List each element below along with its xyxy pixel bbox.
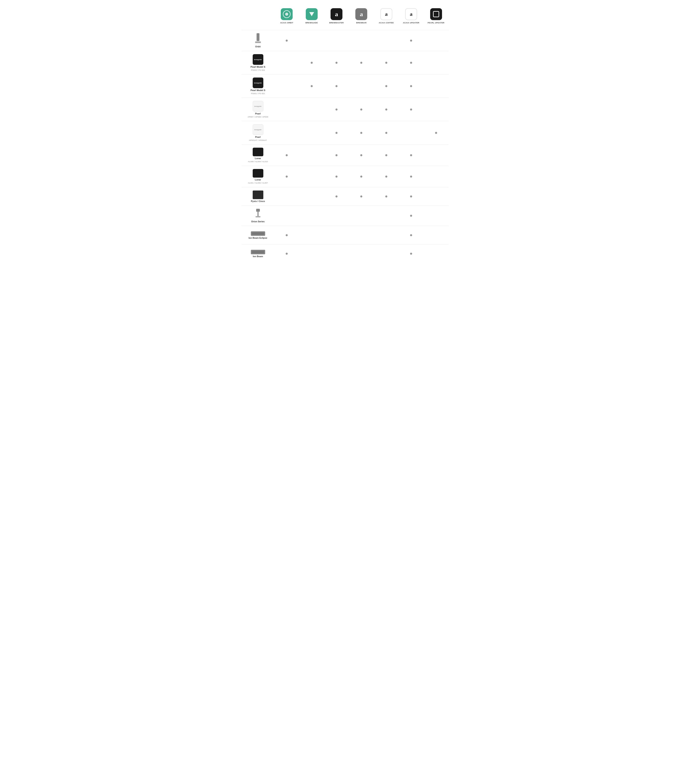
- app-name-acaia-coffee: ACAIA COFFEE: [379, 22, 394, 24]
- dot-cell-pearl-model-s-2-app-4: [374, 85, 399, 87]
- dot-lunar-1-app-4: [385, 154, 387, 156]
- dot-lunar-2-app-3: [360, 176, 362, 178]
- dot-cell-lunar-2-app-4: [374, 176, 399, 178]
- dot-cell-ion-beam-app-5: [399, 253, 424, 255]
- dot-cell-pearl-model-s-1-app-5: [399, 62, 424, 64]
- dot-cell-pearl-model-s-2-app-5: [399, 85, 424, 87]
- dot-cell-pyxis-cinco-app-4: [374, 196, 399, 198]
- product-name-ion-beam: Ion Beam: [253, 255, 263, 258]
- product-row-pearl-2: brewguide PearlAP001AT / AP004AT: [242, 121, 449, 144]
- product-row-lunar-2: LunarAL001 / AL006 / AL007: [242, 166, 449, 187]
- product-sku-pearl-1: AP007 / AP008 / AP009: [248, 116, 268, 118]
- product-sku-pearl-model-s-1: PS003 / PS 004: [251, 69, 265, 71]
- product-name-pearl-model-s-2: Pearl Model S: [250, 89, 265, 91]
- product-image-pearl-black: brewguide: [253, 54, 263, 65]
- dot-pearl-model-s-1-app-2: [335, 62, 337, 64]
- product-sku-lunar-1: AL008 / AL009 / AL010: [248, 160, 268, 163]
- header-row: ACAIA ORBITBREWGUIDEaBREWMASTERaBREWBARa…: [242, 4, 449, 30]
- dot-lunar-2-app-4: [385, 176, 387, 178]
- product-name-lunar-1: Lunar: [255, 157, 261, 160]
- product-name-orbit: Orbit: [255, 45, 260, 48]
- dot-pearl-model-s-1-app-3: [360, 62, 362, 64]
- dot-cell-pearl-model-s-1-app-4: [374, 62, 399, 64]
- dot-cell-pearl-1-app-3: [349, 109, 374, 110]
- dot-cell-ion-beam-eclipse-app-0: [274, 234, 299, 236]
- dot-orion-series-app-5: [410, 215, 412, 217]
- dot-pyxis-cinco-app-5: [410, 196, 412, 198]
- product-cell-pearl-1: brewguide PearlAP007 / AP008 / AP009: [242, 101, 274, 118]
- product-cell-ion-beam: Ion Beam: [242, 250, 274, 258]
- app-icon-brewguide[interactable]: [306, 8, 318, 20]
- app-icon-acaia-coffee[interactable]: a: [380, 8, 392, 20]
- dot-pearl-model-s-1-app-5: [410, 62, 412, 64]
- app-icon-brewmaster[interactable]: a: [330, 8, 342, 20]
- dot-pyxis-cinco-app-4: [385, 196, 387, 198]
- product-cell-pearl-2: brewguide PearlAP001AT / AP004AT: [242, 124, 274, 141]
- dot-ion-beam-eclipse-app-5: [410, 234, 412, 236]
- dot-cell-pearl-2-app-3: [349, 132, 374, 134]
- products-container: Orbit brewguide Pearl Model SPS003 / PS …: [242, 30, 449, 263]
- dot-cell-pyxis-cinco-app-2: [324, 196, 349, 198]
- dot-orbit-app-5: [410, 40, 412, 42]
- product-cell-ion-beam-eclipse: Ion Beam Eclipse: [242, 231, 274, 239]
- app-header-acaia-orbit: ACAIA ORBIT: [274, 8, 299, 24]
- dot-pearl-2-app-3: [360, 132, 362, 134]
- product-row-pearl-model-s-2: brewguide Pearl Model SPS001 / PS 002: [242, 74, 449, 97]
- product-image-lunar: [253, 169, 263, 178]
- product-row-orion-series: Orion Series: [242, 206, 449, 226]
- dot-cell-pearl-1-app-2: [324, 109, 349, 110]
- product-row-pearl-1: brewguide PearlAP007 / AP008 / AP009: [242, 97, 449, 121]
- dot-cell-lunar-2-app-3: [349, 176, 374, 178]
- app-header-acaia-updater: aACAIA UPDATER: [399, 8, 424, 24]
- dot-cell-pearl-2-app-2: [324, 132, 349, 134]
- app-icon-pearl-updater[interactable]: [430, 8, 442, 20]
- product-sku-lunar-2: AL001 / AL006 / AL007: [248, 182, 268, 184]
- app-header-pearl-updater: PEARL UPDATER: [424, 8, 449, 24]
- dot-pearl-model-s-2-app-1: [310, 85, 313, 87]
- main-container: ACAIA ORBITBREWGUIDEaBREWMASTERaBREWBARa…: [238, 0, 453, 267]
- app-icon-acaia-orbit[interactable]: [281, 8, 292, 20]
- app-header-brewguide: BREWGUIDE: [299, 8, 324, 24]
- dot-pearl-2-app-6: [435, 132, 437, 134]
- dot-cell-lunar-1-app-2: [324, 154, 349, 156]
- product-name-pearl-model-s-1: Pearl Model S: [250, 66, 265, 68]
- product-name-lunar-2: Lunar: [255, 178, 261, 181]
- product-image-orion: [255, 209, 261, 219]
- product-row-orbit: Orbit: [242, 30, 449, 51]
- product-cell-orbit: Orbit: [242, 33, 274, 48]
- product-image-pearl-white: brewguide: [253, 101, 263, 112]
- dot-lunar-1-app-2: [335, 154, 337, 156]
- product-cell-lunar-1: LunarAL008 / AL009 / AL010: [242, 148, 274, 163]
- dot-cell-pearl-model-s-2-app-2: [324, 85, 349, 87]
- dot-cell-orbit-app-0: [274, 40, 299, 42]
- dot-orbit-app-0: [286, 40, 288, 42]
- dot-ion-beam-app-0: [286, 253, 288, 255]
- dot-cell-pearl-1-app-4: [374, 109, 399, 110]
- app-header-brewbar: aBREWBAR: [349, 8, 374, 24]
- product-row-pyxis-cinco: Pyxis / Cinco: [242, 187, 449, 206]
- app-header-brewmaster: aBREWMASTER: [324, 8, 349, 24]
- dot-cell-lunar-1-app-3: [349, 154, 374, 156]
- dot-pearl-model-s-1-app-4: [385, 62, 387, 64]
- app-name-acaia-orbit: ACAIA ORBIT: [280, 22, 293, 24]
- app-icon-acaia-updater[interactable]: a: [405, 8, 417, 20]
- product-name-pyxis-cinco: Pyxis / Cinco: [251, 200, 265, 203]
- dot-cell-lunar-1-app-4: [374, 154, 399, 156]
- product-image-pyxis: [253, 191, 263, 199]
- product-name-pearl-1: Pearl: [255, 112, 261, 115]
- product-image-pearl-black: brewguide: [253, 77, 263, 88]
- dot-pearl-2-app-4: [385, 132, 387, 134]
- dot-cell-lunar-2-app-0: [274, 176, 299, 178]
- dot-cell-ion-beam-eclipse-app-5: [399, 234, 424, 236]
- product-row-ion-beam-eclipse: Ion Beam Eclipse: [242, 226, 449, 244]
- dot-ion-beam-eclipse-app-0: [286, 234, 288, 236]
- product-image-pearl-white: brewguide: [253, 124, 263, 135]
- dot-cell-orbit-app-5: [399, 40, 424, 42]
- product-cell-lunar-2: LunarAL001 / AL006 / AL007: [242, 169, 274, 184]
- dot-cell-pearl-1-app-5: [399, 109, 424, 110]
- app-name-pearl-updater: PEARL UPDATER: [428, 22, 445, 24]
- app-header-acaia-coffee: aACAIA COFFEE: [374, 8, 399, 24]
- dot-lunar-2-app-0: [286, 176, 288, 178]
- app-icon-brewbar[interactable]: a: [355, 8, 367, 20]
- product-row-ion-beam: Ion Beam: [242, 244, 449, 263]
